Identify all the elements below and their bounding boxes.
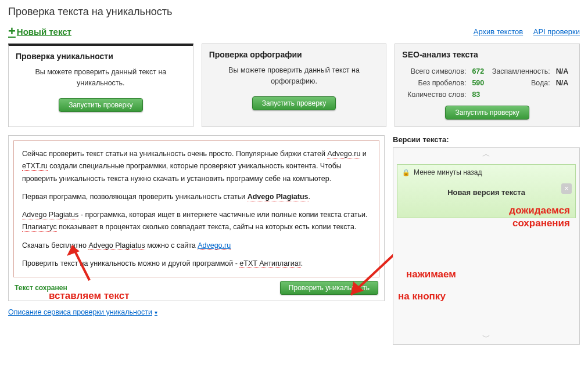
spell-etxt-ap: eTXT Антиплагиат: [239, 259, 300, 268]
t1a: Сейчас проверить текст статьи на уникаль…: [22, 150, 327, 158]
t2c: .: [309, 193, 310, 201]
card-seo[interactable]: SEO-анализ текста Всего символов: 672 За…: [395, 44, 580, 127]
card-uniq-title: Проверка уникальности: [16, 52, 186, 61]
editor-box: Сейчас проверить текст статьи на уникаль…: [8, 135, 385, 301]
api-link[interactable]: API проверки: [533, 27, 580, 36]
versions-box: ︿ 🔒 Менее минуты назад Новая версия текс…: [393, 147, 580, 345]
plus-icon: +: [8, 24, 16, 39]
card-spell-title: Проверка орфографии: [209, 50, 379, 59]
editor-footer: Текст сохранен Проверить уникальность: [13, 277, 379, 296]
seo-words-label: Количество слов:: [403, 89, 468, 100]
check-uniqueness-button[interactable]: Проверить уникальность: [280, 281, 378, 295]
t3d: показывает в процентах сколько совпадает…: [57, 223, 357, 231]
t1b: и: [360, 150, 366, 158]
t5c: .: [301, 259, 303, 268]
content-row: Сейчас проверить текст статьи на уникаль…: [8, 135, 580, 345]
run-seo-button[interactable]: Запустить проверку: [445, 106, 529, 120]
scroll-down-icon[interactable]: ﹀: [393, 331, 579, 344]
seo-words-val: 83: [469, 89, 487, 100]
seo-stats: Всего символов: 672 Заспамленность: N/A …: [402, 65, 572, 101]
cards-row: Проверка уникальности Вы можете проверит…: [8, 44, 580, 127]
lock-icon: 🔒: [402, 169, 410, 176]
seo-spam-val: N/A: [554, 66, 571, 77]
toolbar: + Новый текст Архив текстов API проверки: [8, 24, 580, 39]
run-uniq-button[interactable]: Запустить проверку: [59, 98, 142, 112]
top-links: Архив текстов API проверки: [465, 27, 580, 36]
spell-ap1: Advego Plagiatus: [248, 193, 309, 201]
version-label: Новая версия текста: [402, 188, 571, 197]
seo-nospace-val: 590: [469, 78, 487, 88]
version-item[interactable]: 🔒 Менее минуты назад Новая версия текста…: [397, 164, 576, 218]
page-title: Проверка текста на уникальность: [8, 6, 580, 18]
spell-plag: Плагиатус: [22, 223, 57, 232]
seo-total-label: Всего символов:: [403, 66, 468, 77]
spell-ap2: Advego Plagiatus: [22, 211, 78, 219]
card-uniq-sub: Вы можете проверить данный текст на уник…: [16, 67, 186, 89]
scroll-up-icon[interactable]: ︿: [393, 148, 579, 161]
new-text-link[interactable]: + Новый текст: [8, 24, 71, 39]
t1c: создали специальные программки, которые …: [22, 162, 342, 182]
seo-total-val: 672: [469, 66, 487, 77]
chevron-down-icon: ▾: [155, 309, 157, 316]
t4c: можно с сайта: [145, 241, 198, 250]
t3b: - программка, которая ищет в интернете ч…: [78, 211, 367, 219]
card-spelling[interactable]: Проверка орфографии Вы можете проверить …: [202, 44, 387, 127]
seo-spam-label: Заспамленность:: [488, 66, 553, 77]
close-icon[interactable]: ×: [561, 183, 572, 194]
spell-etxt: eTXT.ru: [22, 162, 48, 171]
seo-water-val: N/A: [554, 78, 571, 88]
spell-ap3: Advego Plagiatus: [88, 241, 145, 250]
card-uniqueness[interactable]: Проверка уникальности Вы можете проверит…: [8, 44, 193, 127]
card-spell-sub: Вы можете проверить данный текст на орфо…: [209, 65, 379, 87]
archive-link[interactable]: Архив текстов: [474, 27, 523, 36]
version-time-label: Менее минуты назад: [414, 168, 482, 176]
versions-title: Версии текста:: [393, 135, 580, 144]
seo-nospace-label: Без пробелов:: [403, 78, 468, 88]
editor-column: Сейчас проверить текст статьи на уникаль…: [8, 135, 385, 345]
t4a: Скачать бесплатно: [22, 241, 88, 250]
versions-column: Версии текста: ︿ 🔒 Менее минуты назад Но…: [393, 135, 580, 345]
t5a: Проверить текст на уникальность можно и …: [22, 259, 239, 268]
description-link[interactable]: Описание сервиса проверки уникальности ▾: [8, 308, 157, 316]
seo-water-label: Вода:: [488, 78, 553, 88]
version-time: 🔒 Менее минуты назад: [402, 168, 571, 176]
new-text-label: Новый текст: [17, 27, 71, 37]
desc-link-label: Описание сервиса проверки уникальности: [8, 308, 152, 316]
advego-link[interactable]: Advego.ru: [198, 241, 231, 250]
t2a: Первая программа, позволяющая проверить …: [22, 193, 248, 201]
run-spell-button[interactable]: Запустить проверку: [252, 96, 336, 110]
spell-advego: Advego.ru: [327, 150, 360, 158]
saved-message: Текст сохранен: [15, 284, 67, 292]
editor-textarea[interactable]: Сейчас проверить текст статьи на уникаль…: [13, 140, 379, 277]
card-seo-title: SEO-анализ текста: [402, 50, 572, 59]
